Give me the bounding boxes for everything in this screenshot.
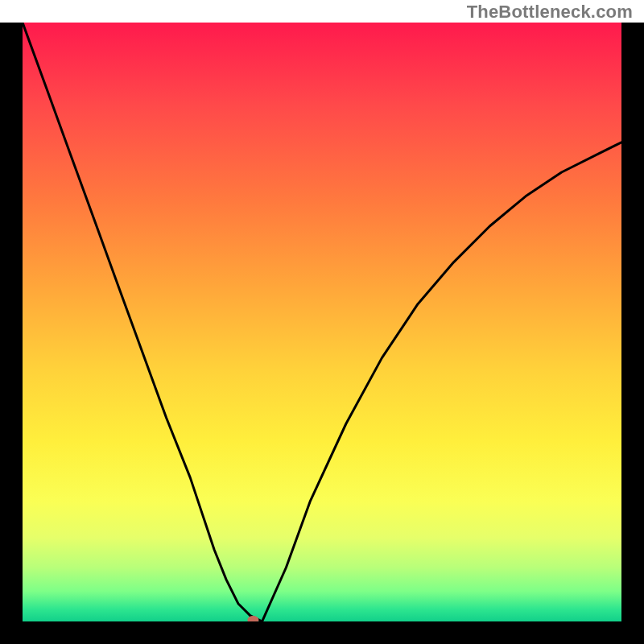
chart-container: TheBottleneck.com — [0, 0, 644, 644]
attribution-text: TheBottleneck.com — [467, 2, 633, 23]
plot-frame — [0, 23, 644, 644]
plot-area — [23, 23, 621, 621]
